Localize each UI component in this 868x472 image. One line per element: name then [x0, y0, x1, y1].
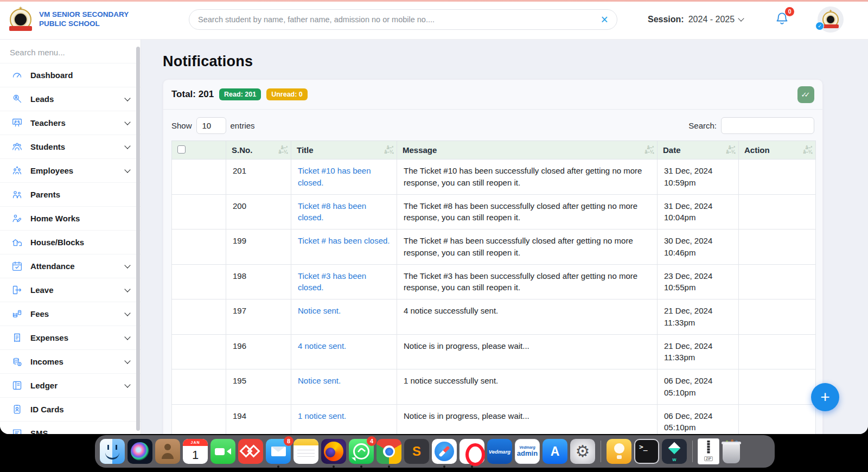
attendance-icon	[11, 260, 23, 272]
sidebar-item-leave[interactable]: Leave	[0, 278, 141, 302]
row-title-cell: Ticket # has been closed.	[291, 229, 397, 265]
sidebar-item-house-blocks[interactable]: House/Blocks	[0, 230, 141, 254]
siri-icon[interactable]	[127, 439, 152, 464]
filmora-icon[interactable]: w	[662, 439, 687, 464]
home-works-icon	[11, 213, 23, 225]
opera-icon[interactable]	[459, 439, 484, 464]
notification-title-link[interactable]: Notice sent.	[298, 306, 341, 315]
sidebar-item-label: Home Works	[30, 214, 130, 223]
notification-title-link[interactable]: 1 notice sent.	[298, 411, 346, 420]
row-sno: 200	[226, 194, 291, 229]
bell-count-badge: 0	[785, 7, 794, 16]
contacts-icon[interactable]	[155, 439, 180, 464]
firefox-icon[interactable]	[321, 439, 346, 464]
sidebar-item-leads[interactable]: Leads	[0, 87, 141, 111]
sidebar-item-label: Attendance	[30, 261, 118, 271]
sidebar-item-dashboard[interactable]: Dashboard	[0, 63, 141, 87]
row-date: 06 Dec, 202405:10pm	[658, 404, 739, 434]
page-title: Notifications	[163, 53, 868, 70]
sidebar-item-employees[interactable]: Employees	[0, 158, 141, 182]
sidebar-item-students[interactable]: Students	[0, 135, 141, 158]
dock-divider	[601, 441, 601, 462]
leave-icon	[11, 284, 23, 296]
read-badge: Read: 201	[219, 88, 261, 100]
app-store-icon[interactable]: A	[542, 439, 567, 464]
sidebar-item-attendance[interactable]: Attendance	[0, 254, 141, 278]
sidebar-item-expenses[interactable]: Expenses	[0, 326, 141, 349]
clear-search-icon[interactable]: ×	[601, 14, 608, 26]
column-header-s-no-[interactable]: S.No.â–²â–¼	[226, 141, 291, 160]
sidebar-item-sms[interactable]: SMS	[0, 421, 141, 434]
notification-title-link[interactable]: Ticket #3 has been closed.	[298, 271, 366, 292]
row-message: The Ticket #8 has been successfully clos…	[397, 194, 658, 229]
sidebar-item-teachers[interactable]: Teachers	[0, 111, 141, 135]
finder-icon[interactable]	[100, 439, 125, 464]
fees-icon	[11, 308, 23, 320]
select-all-checkbox[interactable]	[177, 145, 186, 154]
sidebar-item-parents[interactable]: Parents	[0, 182, 141, 206]
mail-icon[interactable]: 8	[266, 439, 291, 464]
row-message: The Ticket #10 has been successfully clo…	[397, 160, 658, 195]
menu-search-input[interactable]	[10, 48, 107, 57]
session-selector[interactable]: Session: 2024 - 2025	[648, 15, 743, 24]
notification-title-link[interactable]: Notice sent.	[298, 376, 341, 385]
lightbulb-app-icon[interactable]	[607, 439, 631, 464]
row-title-cell: Notice sent.	[291, 299, 397, 335]
whatsapp-icon[interactable]: 4	[349, 439, 374, 464]
student-search-input[interactable]	[198, 15, 597, 24]
trash-icon[interactable]	[722, 439, 741, 464]
vedmarg-admin-icon[interactable]: Vedmargadmin	[515, 439, 540, 464]
terminal-icon[interactable]: >_	[634, 439, 659, 464]
safari-icon[interactable]	[432, 439, 457, 464]
zip-file-icon[interactable]: ZIP	[698, 439, 719, 464]
row-message: The Ticket # has been successfully close…	[397, 229, 658, 265]
page-size-input[interactable]	[196, 117, 226, 134]
sidebar-item-id-cards[interactable]: ID Cards	[0, 397, 141, 421]
card-header: Total: 201 Read: 201 Unread: 0 ✓✓	[163, 80, 822, 110]
row-select-cell	[172, 264, 226, 299]
notification-title-link[interactable]: Ticket # has been closed.	[298, 236, 390, 245]
sidebar-scrollbar[interactable]	[136, 47, 140, 431]
notes-icon[interactable]	[293, 439, 318, 464]
row-action-cell	[739, 264, 816, 299]
notification-title-link[interactable]: 4 notice sent.	[298, 341, 346, 350]
profile-avatar[interactable]: ★ ✓	[818, 7, 844, 33]
table-search-input[interactable]	[721, 117, 814, 134]
facetime-icon[interactable]	[210, 439, 235, 464]
sublime-text-icon[interactable]: S	[404, 439, 429, 464]
sidebar-item-label: Ledger	[30, 381, 118, 390]
system-settings-icon[interactable]: ⚙	[570, 439, 595, 464]
table-row: 1964 notice sent.Notice is in progress, …	[172, 334, 816, 369]
row-date: 31 Dec, 202410:59pm	[658, 160, 739, 195]
chrome-icon[interactable]	[376, 439, 401, 464]
column-header-date[interactable]: Dateâ–²â–¼	[658, 141, 739, 160]
sidebar-item-fees[interactable]: Fees	[0, 302, 141, 326]
sidebar-item-incomes[interactable]: Incomes	[0, 349, 141, 373]
menu-search[interactable]	[0, 39, 141, 63]
chevron-down-icon	[124, 334, 130, 340]
ledger-icon	[11, 380, 23, 392]
notification-title-link[interactable]: Ticket #10 has been closed.	[298, 166, 371, 187]
sidebar-item-home-works[interactable]: Home Works	[0, 206, 141, 230]
sms-icon	[11, 428, 23, 435]
column-header-title[interactable]: Titleâ–²â–¼	[291, 141, 397, 160]
app-header: ★ VM SENIOR SECONDARY PUBLIC SCHOOL × Se…	[0, 0, 868, 39]
calendar-icon[interactable]: JAN 1	[183, 439, 208, 464]
sort-icon: â–²â–¼	[384, 145, 393, 155]
column-header-action[interactable]: Actionâ–²â–¼	[739, 141, 816, 160]
sidebar-item-ledger[interactable]: Ledger	[0, 373, 141, 397]
column-header-message[interactable]: Messageâ–²â–¼	[397, 141, 658, 160]
notification-title-link[interactable]: Ticket #8 has been closed.	[298, 201, 366, 222]
table-row: 197Notice sent.4 notice successfully sen…	[172, 299, 816, 335]
notifications-bell[interactable]: 0	[775, 11, 789, 28]
employees-icon	[11, 165, 23, 177]
school-brand[interactable]: ★ VM SENIOR SECONDARY PUBLIC SCHOOL	[0, 7, 141, 33]
row-date: 06 Dec, 202405:10pm	[658, 369, 739, 405]
student-search-bar[interactable]: ×	[189, 9, 617, 30]
vedmarg-icon[interactable]: Vedmarg	[487, 439, 512, 464]
mark-all-read-button[interactable]: ✓✓	[797, 86, 814, 103]
chevron-down-icon	[124, 286, 130, 292]
anydesk-icon[interactable]	[238, 439, 263, 464]
notifications-table: S.No.â–²â–¼Titleâ–²â–¼Messageâ–²â–¼Dateâ…	[171, 141, 816, 434]
add-button[interactable]: +	[811, 383, 839, 411]
